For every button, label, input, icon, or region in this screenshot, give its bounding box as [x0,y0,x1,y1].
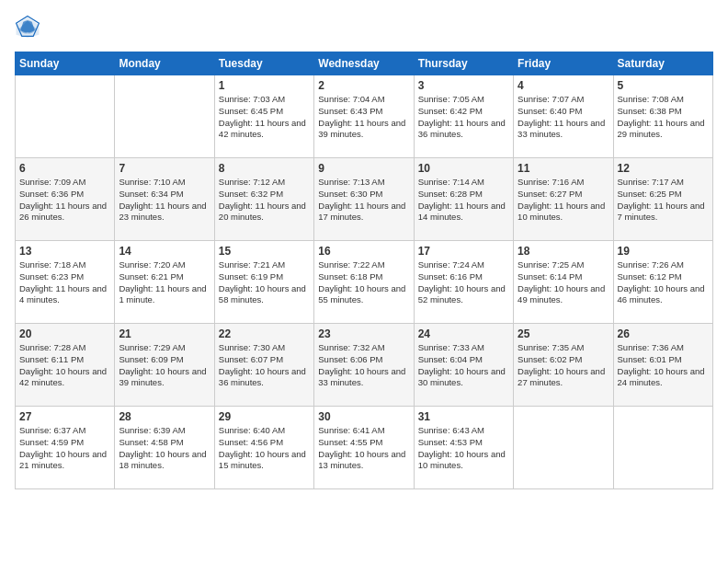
calendar-cell: 20Sunrise: 7:28 AM Sunset: 6:11 PM Dayli… [16,324,115,407]
day-info: Sunrise: 7:12 AM Sunset: 6:32 PM Dayligh… [219,177,310,224]
day-number: 10 [418,162,509,175]
day-number: 31 [418,410,509,423]
day-info: Sunrise: 7:08 AM Sunset: 6:38 PM Dayligh… [618,94,709,141]
day-info: Sunrise: 7:22 AM Sunset: 6:18 PM Dayligh… [318,259,409,306]
calendar-cell: 14Sunrise: 7:20 AM Sunset: 6:21 PM Dayli… [115,241,214,324]
calendar-cell: 11Sunrise: 7:16 AM Sunset: 6:27 PM Dayli… [514,158,613,241]
day-number: 5 [618,79,709,92]
calendar-cell: 25Sunrise: 7:35 AM Sunset: 6:02 PM Dayli… [514,324,613,407]
day-info: Sunrise: 6:41 AM Sunset: 4:55 PM Dayligh… [318,425,409,472]
day-info: Sunrise: 7:26 AM Sunset: 6:12 PM Dayligh… [618,259,709,306]
day-info: Sunrise: 7:35 AM Sunset: 6:02 PM Dayligh… [518,342,609,389]
day-info: Sunrise: 6:43 AM Sunset: 4:53 PM Dayligh… [418,425,509,472]
day-number: 19 [618,245,709,258]
calendar-cell: 23Sunrise: 7:32 AM Sunset: 6:06 PM Dayli… [314,324,414,407]
day-number: 15 [219,245,310,258]
day-number: 16 [318,245,409,258]
day-info: Sunrise: 7:30 AM Sunset: 6:07 PM Dayligh… [219,342,310,389]
day-number: 1 [219,79,310,92]
day-info: Sunrise: 7:14 AM Sunset: 6:28 PM Dayligh… [418,177,509,224]
calendar-cell: 27Sunrise: 6:37 AM Sunset: 4:59 PM Dayli… [16,407,115,489]
day-info: Sunrise: 7:24 AM Sunset: 6:16 PM Dayligh… [418,259,509,306]
day-info: Sunrise: 7:25 AM Sunset: 6:14 PM Dayligh… [518,259,609,306]
day-number: 12 [618,162,709,175]
day-info: Sunrise: 6:37 AM Sunset: 4:59 PM Dayligh… [19,425,110,472]
day-info: Sunrise: 7:36 AM Sunset: 6:01 PM Dayligh… [618,342,709,389]
calendar-cell [16,75,115,158]
calendar-cell: 29Sunrise: 6:40 AM Sunset: 4:56 PM Dayli… [214,407,313,489]
logo [15,15,44,40]
day-info: Sunrise: 7:32 AM Sunset: 6:06 PM Dayligh… [318,342,409,389]
calendar-week-row: 20Sunrise: 7:28 AM Sunset: 6:11 PM Dayli… [16,324,713,407]
calendar-table: SundayMondayTuesdayWednesdayThursdayFrid… [15,52,713,489]
day-info: Sunrise: 7:29 AM Sunset: 6:09 PM Dayligh… [119,342,210,389]
day-info: Sunrise: 7:16 AM Sunset: 6:27 PM Dayligh… [518,177,609,224]
calendar-cell: 12Sunrise: 7:17 AM Sunset: 6:25 PM Dayli… [613,158,712,241]
day-info: Sunrise: 6:39 AM Sunset: 4:58 PM Dayligh… [119,425,210,472]
calendar-week-row: 1Sunrise: 7:03 AM Sunset: 6:45 PM Daylig… [16,75,713,158]
day-number: 7 [119,162,210,175]
day-number: 18 [518,245,609,258]
day-info: Sunrise: 7:33 AM Sunset: 6:04 PM Dayligh… [418,342,509,389]
day-info: Sunrise: 7:21 AM Sunset: 6:19 PM Dayligh… [219,259,310,306]
day-number: 23 [318,327,409,340]
weekday-header: Tuesday [214,52,313,75]
day-number: 2 [318,79,409,92]
day-info: Sunrise: 7:10 AM Sunset: 6:34 PM Dayligh… [119,177,210,224]
calendar-cell: 18Sunrise: 7:25 AM Sunset: 6:14 PM Dayli… [514,241,613,324]
weekday-header: Thursday [414,52,513,75]
day-number: 11 [518,162,609,175]
day-number: 30 [318,410,409,423]
weekday-header-row: SundayMondayTuesdayWednesdayThursdayFrid… [16,52,713,75]
day-info: Sunrise: 7:20 AM Sunset: 6:21 PM Dayligh… [119,259,210,306]
calendar-cell: 6Sunrise: 7:09 AM Sunset: 6:36 PM Daylig… [16,158,115,241]
calendar-cell: 10Sunrise: 7:14 AM Sunset: 6:28 PM Dayli… [414,158,513,241]
day-number: 24 [418,327,509,340]
day-number: 13 [19,245,110,258]
day-info: Sunrise: 7:09 AM Sunset: 6:36 PM Dayligh… [19,177,110,224]
day-number: 25 [518,327,609,340]
calendar-cell: 9Sunrise: 7:13 AM Sunset: 6:30 PM Daylig… [314,158,414,241]
page-header [15,15,713,40]
day-number: 22 [219,327,310,340]
calendar-cell: 22Sunrise: 7:30 AM Sunset: 6:07 PM Dayli… [214,324,313,407]
day-number: 14 [119,245,210,258]
weekday-header: Sunday [16,52,115,75]
calendar-cell: 16Sunrise: 7:22 AM Sunset: 6:18 PM Dayli… [314,241,414,324]
calendar-cell: 19Sunrise: 7:26 AM Sunset: 6:12 PM Dayli… [613,241,712,324]
calendar-cell: 31Sunrise: 6:43 AM Sunset: 4:53 PM Dayli… [414,407,513,489]
day-info: Sunrise: 7:28 AM Sunset: 6:11 PM Dayligh… [19,342,110,389]
day-number: 29 [219,410,310,423]
day-info: Sunrise: 7:18 AM Sunset: 6:23 PM Dayligh… [19,259,110,306]
weekday-header: Monday [115,52,214,75]
day-number: 6 [19,162,110,175]
calendar-week-row: 6Sunrise: 7:09 AM Sunset: 6:36 PM Daylig… [16,158,713,241]
day-number: 3 [418,79,509,92]
day-number: 20 [19,327,110,340]
day-info: Sunrise: 7:03 AM Sunset: 6:45 PM Dayligh… [219,94,310,141]
day-info: Sunrise: 6:40 AM Sunset: 4:56 PM Dayligh… [219,425,310,472]
day-number: 17 [418,245,509,258]
calendar-cell: 24Sunrise: 7:33 AM Sunset: 6:04 PM Dayli… [414,324,513,407]
day-number: 28 [119,410,210,423]
calendar-cell: 7Sunrise: 7:10 AM Sunset: 6:34 PM Daylig… [115,158,214,241]
day-info: Sunrise: 7:13 AM Sunset: 6:30 PM Dayligh… [318,177,409,224]
weekday-header: Wednesday [314,52,414,75]
calendar-cell: 30Sunrise: 6:41 AM Sunset: 4:55 PM Dayli… [314,407,414,489]
day-number: 8 [219,162,310,175]
day-info: Sunrise: 7:17 AM Sunset: 6:25 PM Dayligh… [618,177,709,224]
calendar-cell: 2Sunrise: 7:04 AM Sunset: 6:43 PM Daylig… [314,75,414,158]
day-info: Sunrise: 7:04 AM Sunset: 6:43 PM Dayligh… [318,94,409,141]
day-number: 21 [119,327,210,340]
calendar-cell [115,75,214,158]
weekday-header: Friday [514,52,613,75]
calendar-cell: 15Sunrise: 7:21 AM Sunset: 6:19 PM Dayli… [214,241,313,324]
calendar-cell: 1Sunrise: 7:03 AM Sunset: 6:45 PM Daylig… [214,75,313,158]
logo-icon [15,15,40,40]
calendar-week-row: 27Sunrise: 6:37 AM Sunset: 4:59 PM Dayli… [16,407,713,489]
day-info: Sunrise: 7:07 AM Sunset: 6:40 PM Dayligh… [518,94,609,141]
day-number: 27 [19,410,110,423]
day-number: 26 [618,327,709,340]
calendar-cell [613,407,712,489]
calendar-cell: 4Sunrise: 7:07 AM Sunset: 6:40 PM Daylig… [514,75,613,158]
